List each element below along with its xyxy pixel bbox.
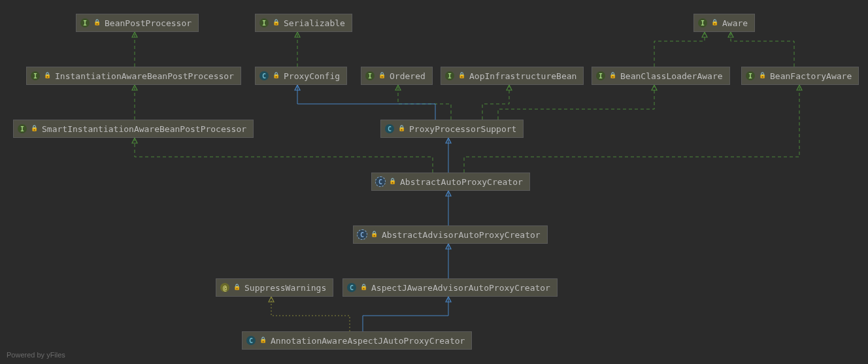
class-icon: C — [347, 283, 356, 292]
node-instantiation-aware-bpp[interactable]: I🔒InstantiationAwareBeanPostProcessor — [26, 67, 241, 85]
lock-icon: 🔒 — [711, 19, 718, 25]
interface-icon: I — [445, 71, 454, 80]
interface-icon: I — [596, 71, 605, 80]
lock-icon: 🔒 — [609, 72, 616, 78]
annotation-icon: @ — [220, 283, 229, 292]
interface-icon: I — [31, 71, 40, 80]
lock-icon: 🔒 — [259, 337, 267, 343]
node-label: AspectJAwareAdvisorAutoProxyCreator — [371, 283, 550, 293]
node-label: SuppressWarnings — [244, 283, 326, 293]
lock-icon: 🔒 — [759, 72, 766, 78]
lock-icon: 🔒 — [458, 72, 465, 78]
interface-icon: I — [746, 71, 755, 80]
node-aop-infrastructure-bean[interactable]: I🔒AopInfrastructureBean — [441, 67, 584, 85]
node-label: BeanClassLoaderAware — [620, 71, 723, 81]
node-label: AnnotationAwareAspectJAutoProxyCreator — [271, 336, 465, 346]
interface-icon: I — [80, 18, 90, 27]
lock-icon: 🔒 — [378, 72, 386, 78]
interface-icon: I — [698, 18, 707, 27]
node-abstract-advisor-auto-proxy-creator[interactable]: C🔒AbstractAdvisorAutoProxyCreator — [353, 225, 548, 244]
node-label: InstantiationAwareBeanPostProcessor — [55, 71, 234, 81]
node-serializable[interactable]: I🔒Serializable — [255, 14, 352, 32]
lock-icon: 🔒 — [360, 284, 367, 290]
node-bean-factory-aware[interactable]: I🔒BeanFactoryAware — [741, 67, 859, 85]
node-label: ProxyProcessorSupport — [409, 124, 516, 134]
node-label: Aware — [722, 18, 748, 28]
node-label: Serializable — [284, 18, 345, 28]
node-annotation-aware-aspectj-apc[interactable]: C🔒AnnotationAwareAspectJAutoProxyCreator — [242, 331, 472, 350]
node-bean-classloader-aware[interactable]: I🔒BeanClassLoaderAware — [592, 67, 730, 85]
class-icon: C — [385, 124, 394, 133]
class-icon: C — [259, 71, 269, 80]
lock-icon: 🔒 — [93, 19, 101, 25]
node-label: BeanFactoryAware — [770, 71, 852, 81]
node-label: BeanPostProcessor — [105, 18, 192, 28]
interface-icon: I — [259, 18, 269, 27]
node-smart-inst-aware-bpp[interactable]: I🔒SmartInstantiationAwareBeanPostProcess… — [13, 120, 254, 138]
footer-credit: Powered by yFiles — [7, 351, 65, 359]
lock-icon: 🔒 — [371, 231, 378, 237]
node-proxy-processor-support[interactable]: C🔒ProxyProcessorSupport — [380, 120, 524, 138]
node-label: Ordered — [390, 71, 426, 81]
node-ordered[interactable]: I🔒Ordered — [361, 67, 433, 85]
node-abstract-auto-proxy-creator[interactable]: C🔒AbstractAutoProxyCreator — [371, 173, 530, 191]
lock-icon: 🔒 — [233, 284, 241, 290]
node-aware[interactable]: I🔒Aware — [693, 14, 755, 32]
class-icon: C — [246, 336, 256, 345]
interface-icon: I — [365, 71, 375, 80]
node-label: ProxyConfig — [284, 71, 340, 81]
lock-icon: 🔒 — [398, 125, 405, 131]
lock-icon: 🔒 — [44, 72, 51, 78]
lock-icon: 🔒 — [273, 72, 280, 78]
node-label: AbstractAdvisorAutoProxyCreator — [382, 230, 541, 240]
interface-icon: I — [18, 124, 27, 133]
node-suppress-warnings[interactable]: @🔒SuppressWarnings — [216, 278, 333, 297]
node-label: AopInfrastructureBean — [469, 71, 576, 81]
abstract-class-icon: C — [376, 177, 385, 186]
lock-icon: 🔒 — [273, 19, 280, 25]
node-label: SmartInstantiationAwareBeanPostProcessor — [42, 124, 246, 134]
node-proxy-config[interactable]: C🔒ProxyConfig — [255, 67, 347, 85]
lock-icon: 🔒 — [31, 125, 38, 131]
node-bean-post-processor[interactable]: I🔒BeanPostProcessor — [76, 14, 199, 32]
lock-icon: 🔒 — [389, 178, 396, 184]
abstract-class-icon: C — [358, 230, 367, 239]
node-label: AbstractAutoProxyCreator — [400, 177, 523, 187]
node-aspectj-aware-advisor-apc[interactable]: C🔒AspectJAwareAdvisorAutoProxyCreator — [342, 278, 558, 297]
